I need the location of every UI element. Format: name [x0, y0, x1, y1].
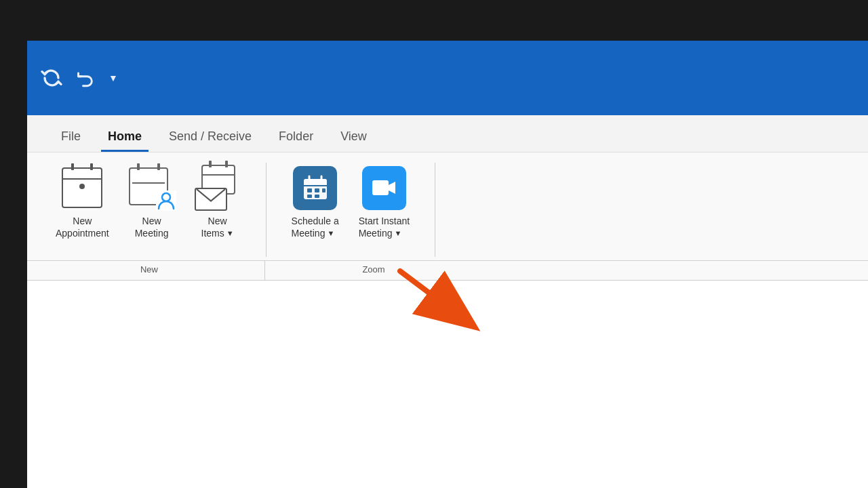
quick-access-dropdown[interactable]: ▼ — [108, 73, 118, 83]
group-divider-2 — [435, 163, 435, 257]
zoom-video-btn — [362, 166, 406, 210]
new-meeting-icon-area — [129, 165, 175, 211]
tab-folder[interactable]: Folder — [265, 123, 327, 152]
calendar-email-icon — [195, 165, 241, 211]
svg-point-0 — [162, 193, 170, 201]
schedule-meeting-label: Schedule aMeeting ▼ — [292, 215, 339, 239]
zoom-group-items: Schedule aMeeting ▼ Start — [283, 159, 418, 260]
svg-rect-2 — [304, 179, 327, 186]
calendar-icon — [62, 167, 102, 208]
calendar-person-icon — [129, 165, 175, 211]
title-bar: ▼ — [27, 41, 868, 115]
new-items-button[interactable]: NewItems ▼ — [186, 159, 249, 245]
svg-rect-11 — [372, 180, 389, 195]
envelope-svg — [196, 189, 226, 209]
zoom-calendar-btn — [293, 166, 337, 210]
schedule-meeting-button[interactable]: Schedule aMeeting ▼ — [283, 159, 347, 245]
cal-header — [203, 166, 234, 176]
tab-view[interactable]: View — [327, 123, 380, 152]
group-labels-row: New Zoom — [27, 261, 868, 281]
start-instant-meeting-icon-area — [361, 165, 407, 211]
tab-send-receive[interactable]: Send / Receive — [155, 123, 265, 152]
svg-rect-9 — [315, 195, 319, 198]
tab-home[interactable]: Home — [94, 123, 155, 152]
new-appointment-icon-area — [59, 165, 105, 211]
start-instant-meeting-label: Start InstantMeeting ▼ — [359, 215, 410, 239]
group-divider-1 — [266, 163, 267, 257]
svg-rect-6 — [307, 188, 312, 192]
new-appointment-label: NewAppointment — [56, 215, 109, 239]
new-group-items: NewAppointment — [47, 159, 249, 260]
svg-rect-10 — [322, 188, 326, 192]
cal-dot — [79, 184, 85, 189]
ribbon-group-zoom: Schedule aMeeting ▼ Start — [277, 159, 425, 260]
sync-icon[interactable] — [41, 67, 62, 89]
tab-file[interactable]: File — [47, 123, 94, 152]
cal-top — [63, 169, 101, 180]
new-meeting-label: NewMeeting — [135, 215, 169, 239]
new-items-label: NewItems ▼ — [201, 215, 234, 239]
cal-header-line — [132, 182, 165, 184]
person-overlay — [156, 190, 176, 211]
email-envelope — [195, 188, 227, 211]
ribbon-tabs: File Home Send / Receive Folder View — [27, 115, 868, 152]
ribbon-content: NewAppointment — [27, 152, 868, 261]
schedule-meeting-icon-area — [292, 165, 338, 211]
label-divider — [264, 261, 265, 280]
new-items-icon-area — [195, 165, 241, 211]
svg-rect-8 — [307, 195, 312, 198]
undo-icon[interactable] — [76, 68, 95, 87]
zoom-group-label: Zoom — [272, 261, 475, 280]
ribbon-group-new: NewAppointment — [41, 159, 256, 260]
new-group-label: New — [41, 261, 258, 280]
svg-rect-7 — [315, 188, 319, 192]
start-instant-meeting-button[interactable]: Start InstantMeeting ▼ — [351, 159, 418, 245]
new-meeting-button[interactable]: NewMeeting — [121, 159, 183, 245]
new-appointment-button[interactable]: NewAppointment — [47, 159, 117, 245]
